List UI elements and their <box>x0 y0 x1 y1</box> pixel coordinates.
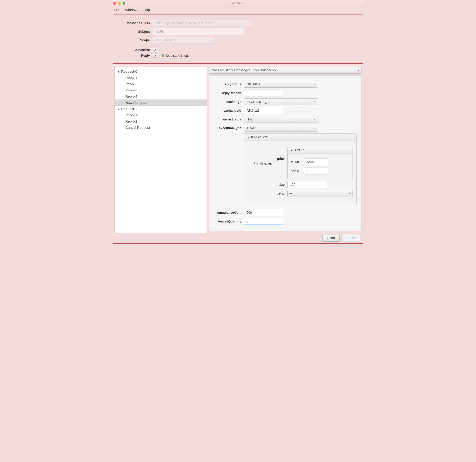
size-field[interactable] <box>287 181 328 188</box>
replyreason-field[interactable] <box>244 90 283 96</box>
send-button[interactable]: Send <box>323 234 340 242</box>
tree-request-0[interactable]: Request-0 <box>115 68 207 75</box>
scope-label: Scope <box>117 38 153 42</box>
exchange-select[interactable]: EXCHANGE_A <box>244 98 318 105</box>
scope-select: local & remote <box>153 37 214 44</box>
price-header[interactable]: 123.44 <box>288 147 352 154</box>
price-group: 123.44 Value Scale <box>287 147 353 179</box>
trend-select[interactable]: + <box>287 190 353 197</box>
menubar: File Window Help <box>111 7 365 13</box>
cumulativequantity-label: cumulativeQu... <box>214 211 244 214</box>
feed-state-text: feed state is up. <box>166 54 189 58</box>
tree-reply-1-1[interactable]: Reply-1 <box>115 112 207 118</box>
price-label: price <box>274 147 287 161</box>
orderstatus-select[interactable]: filled <box>244 116 318 123</box>
tree-reply-0-1[interactable]: Reply-1 <box>115 75 207 81</box>
advertise-checkbox[interactable] <box>153 48 157 52</box>
replystatus-label: replyStatus <box>214 82 244 86</box>
split-panel: Request-0 Reply-1 Reply-2 Reply-3 Reply-… <box>113 65 363 244</box>
replystatus-select[interactable]: OK_FINAL <box>244 81 318 88</box>
tree-reply-0-4[interactable]: Reply-4 <box>115 93 207 100</box>
tree-reply-1-2[interactable]: Reply-2 <box>115 118 207 124</box>
exchange-label: exchange <box>214 100 244 104</box>
leavesquantity-label: leavesQuantity <box>214 219 244 223</box>
subject-field: AAPL <box>153 28 244 35</box>
fillpricesize-label: fillPriceSize <box>248 146 274 166</box>
price-scale-field[interactable] <box>304 168 328 175</box>
tree-request-1[interactable]: Request-1 <box>115 106 207 112</box>
price-value-field[interactable] <box>304 158 328 165</box>
advertise-label: Advertise <box>117 48 153 52</box>
leavesquantity-field[interactable] <box>244 218 283 225</box>
size-label: size <box>274 183 287 186</box>
feed-state: feed state is up. <box>161 54 189 58</box>
scale-label: Scale <box>291 169 304 173</box>
exchangeid-field[interactable] <box>244 107 283 114</box>
titlebar: Replier-5 <box>111 0 365 7</box>
reset-button: Reset <box>342 234 361 242</box>
trend-label: trend <box>274 192 287 195</box>
cumulativequantity-field[interactable] <box>244 209 283 216</box>
arrow-up-icon <box>161 54 165 58</box>
replyreason-label: replyReason <box>214 91 244 95</box>
tree-reply-0-2[interactable]: Reply-2 <box>115 81 207 87</box>
menu-file[interactable]: File <box>114 8 119 12</box>
maximize-window-button[interactable] <box>123 2 125 5</box>
properties-panel: replyStatus OK_FINAL replyReason exchang… <box>209 76 362 231</box>
reply-checkbox[interactable] <box>153 54 157 58</box>
footer: Send Reset <box>209 233 362 242</box>
message-class-label: Message Class <box>117 21 153 25</box>
tree-cancel-request[interactable]: Cancel Request <box>115 124 207 131</box>
tree-reply-0-3[interactable]: Reply-3 <box>115 87 207 93</box>
top-form-group: Message Class net.sf.egui.messages.Stock… <box>113 15 363 64</box>
reply-label: Reply <box>117 54 153 58</box>
tree-new-reply[interactable]: New Reply ... <box>115 100 207 106</box>
executiontype-select[interactable]: TRADE <box>244 125 318 132</box>
exchangeid-label: exchangeId <box>214 109 244 112</box>
request-tree[interactable]: Request-0 Reply-1 Reply-2 Reply-3 Reply-… <box>114 67 207 233</box>
menu-window[interactable]: Window <box>125 8 137 12</box>
minimize-window-button[interactable] <box>118 2 121 5</box>
message-class-select: net.sf.egui.messages.StockOrderRequest <box>153 20 252 26</box>
fillpricesize-group: fillPriceSize fillPriceSize price 123.44 <box>244 133 357 205</box>
reply-class-select[interactable]: class net.sf.egui.messages.StockOrderRep… <box>209 67 362 74</box>
window-title: Replier-5 <box>113 1 363 5</box>
executiontype-label: executionType <box>214 126 244 130</box>
menu-help[interactable]: Help <box>143 8 150 12</box>
orderstatus-label: orderStatus <box>214 118 244 121</box>
close-window-button[interactable] <box>113 2 116 5</box>
fillpricesize-header[interactable]: fillPriceSize <box>244 134 357 141</box>
value-label: Value <box>291 160 304 164</box>
subject-label: Subject <box>117 30 153 34</box>
